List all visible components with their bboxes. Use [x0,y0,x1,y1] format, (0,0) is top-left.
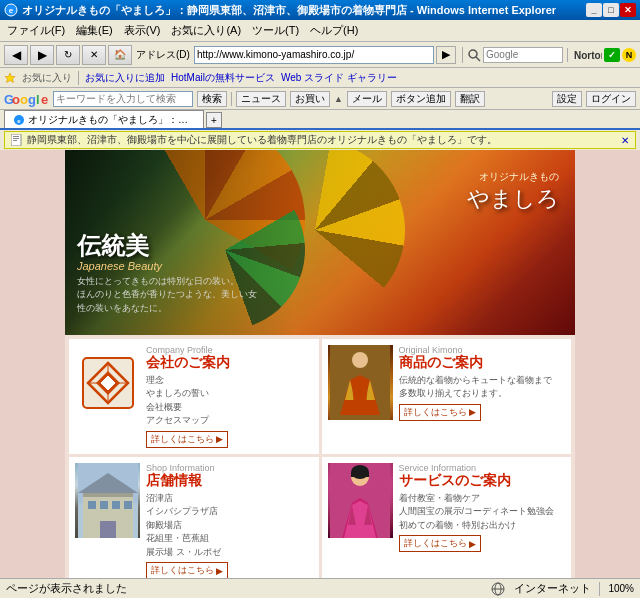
svg-marker-5 [5,73,15,83]
google-settings-button[interactable]: 設定 [552,91,582,107]
internet-zone-icon [490,582,506,596]
links-label: お気に入り [22,71,72,85]
svg-text:o: o [12,92,20,107]
google-mail-button[interactable]: メール [347,91,387,107]
tab-yamashiro[interactable]: e オリジナルきもの「やましろ」：静岡県東部、沼... [4,110,204,128]
window-controls: _ □ ✕ [586,3,636,17]
info-bar: 静岡県東部、沼津市、御殿場市を中心に展開している着物専門店のオリジナルきもの「や… [4,131,636,149]
brand-name: やましろ [467,184,559,214]
card-shop-more-label: 詳しくはこちら [151,564,214,577]
card-shop-more-button[interactable]: 詳しくはこちら ▶ [146,562,228,578]
edit-menu[interactable]: 編集(E) [71,22,118,40]
favorites-icon [4,72,16,84]
go-button[interactable]: ▶ [436,46,456,64]
card-shop: Shop Information 店舗情報 沼津店イシバシプラザ店御殿場店花組里… [69,457,319,578]
favorites-menu[interactable]: お気に入り(A) [166,22,246,40]
favorites-link-3[interactable]: Web スライド ギャラリー [281,71,397,85]
zoom-text: 100% [608,583,634,594]
card-service-more-label: 詳しくはこちら [404,537,467,550]
norton-toolbar: Norton ✓ N [567,48,636,62]
tools-menu[interactable]: ツール(T) [247,22,304,40]
search-area [462,47,563,63]
file-menu[interactable]: ファイル(F) [2,22,70,40]
address-bar-area: アドレス(D) [134,46,434,64]
ie-logo-icon: e [4,3,18,17]
kimono-photo-icon [330,345,390,420]
ie-search-input[interactable] [483,47,563,63]
google-news-button[interactable]: ニュース [236,91,286,107]
stop-button[interactable]: ✕ [82,45,106,65]
card-service-desc: 着付教室・着物ケア人間国宝の展示/コーディネート勉強会初めての着物・特別お出かけ [399,492,555,533]
content-area[interactable]: 伝統美 Japanese Beauty 女性にとってきものは特別な日の装い。ほん… [0,150,640,578]
card-service-title: サービスのご案内 [399,473,555,490]
brand-label: オリジナルきもの [467,170,559,184]
card-shop-info: Shop Information 店舗情報 沼津店イシバシプラザ店御殿場店花組里… [146,463,228,578]
favorites-link-2[interactable]: HotMailの無料サービス [171,71,275,85]
google-translate-button[interactable]: 翻訳 [455,91,485,107]
zone-text: インターネット [514,581,591,596]
svg-rect-31 [88,501,96,509]
maximize-button[interactable]: □ [603,3,619,17]
tab-favicon-icon: e [13,114,25,126]
status-right: インターネット 100% [490,581,634,596]
card-service-more-button[interactable]: 詳しくはこちら ▶ [399,535,481,552]
info-bar-text: 静岡県東部、沼津市、御殿場市を中心に展開している着物専門店のオリジナルきもの「や… [27,133,497,147]
google-search-input[interactable] [53,91,193,107]
home-button[interactable]: 🏠 [108,45,132,65]
svg-line-3 [476,57,480,61]
norton-logo-icon: Norton [574,48,602,62]
google-shopping-button[interactable]: お買い [290,91,330,107]
svg-rect-17 [13,140,17,141]
shop-photo-icon [78,463,138,538]
menu-bar: ファイル(F) 編集(E) 表示(V) お気に入り(A) ツール(T) ヘルプ(… [0,20,640,42]
company-diamond-logo [78,353,138,413]
svg-point-2 [469,50,477,58]
hero-brand: オリジナルきもの やましろ [467,170,559,214]
google-arrow-up: ▲ [334,94,343,104]
card-company-arrow-icon: ▶ [216,434,223,444]
svg-text:Norton: Norton [574,50,602,61]
card-products-info: Original Kimono 商品のご案内 伝統的な着物からキュートな着物まで… [399,345,552,448]
service-photo-icon [330,463,390,538]
google-logo-icon: G o o g l e [4,91,49,107]
help-menu[interactable]: ヘルプ(H) [305,22,363,40]
refresh-button[interactable]: ↻ [56,45,80,65]
card-products-more-label: 詳しくはこちら [404,406,467,419]
card-service-info: Service Information サービスのご案内 着付教室・着物ケア人間… [399,463,555,578]
card-products-more-button[interactable]: 詳しくはこちら ▶ [399,404,481,421]
svg-rect-32 [100,501,108,509]
minimize-button[interactable]: _ [586,3,602,17]
hero-banner: 伝統美 Japanese Beauty 女性にとってきものは特別な日の装い。ほん… [65,150,575,335]
status-text: ページが表示されました [6,581,127,596]
search-icon [467,48,481,62]
title-bar: e オリジナルきもの「やましろ」：静岡県東部、沼津市、御殿場市の着物専門店 - … [0,0,640,20]
google-add-button[interactable]: ボタン追加 [391,91,451,107]
card-company-more-button[interactable]: 詳しくはこちら ▶ [146,431,228,448]
card-shop-image [75,463,140,538]
card-products-image [328,345,393,420]
navigation-toolbar: ◀ ▶ ↻ ✕ 🏠 アドレス(D) ▶ Norton ✓ N [0,42,640,68]
hero-title-en: Japanese Beauty [77,260,257,272]
svg-rect-40 [351,472,369,477]
google-login-button[interactable]: ログイン [586,91,636,107]
google-search-button[interactable]: 検索 [197,91,227,107]
card-company-info: Company Profile 会社のご案内 理念やましろの誓い会社概要アクセス… [146,345,230,448]
browser-window: e オリジナルきもの「やましろ」：静岡県東部、沼津市、御殿場市の着物専門店 - … [0,0,640,598]
forward-button[interactable]: ▶ [30,45,54,65]
address-input[interactable] [194,46,434,64]
svg-rect-35 [100,521,116,538]
address-label: アドレス(D) [134,48,192,62]
svg-text:l: l [36,92,40,107]
back-button[interactable]: ◀ [4,45,28,65]
card-products-title: 商品のご案内 [399,355,552,372]
links-sep [78,71,79,85]
info-bar-close[interactable]: ✕ [621,135,629,146]
hero-left-content: 伝統美 Japanese Beauty 女性にとってきものは特別な日の装い。ほん… [77,234,257,316]
view-menu[interactable]: 表示(V) [119,22,166,40]
card-products-category: Original Kimono [399,345,552,355]
favorites-link-1[interactable]: お気に入りに追加 [85,71,165,85]
new-tab-button[interactable]: + [206,112,222,128]
hero-title-jp: 伝統美 [77,234,257,258]
close-button[interactable]: ✕ [620,3,636,17]
card-shop-arrow-icon: ▶ [216,566,223,576]
